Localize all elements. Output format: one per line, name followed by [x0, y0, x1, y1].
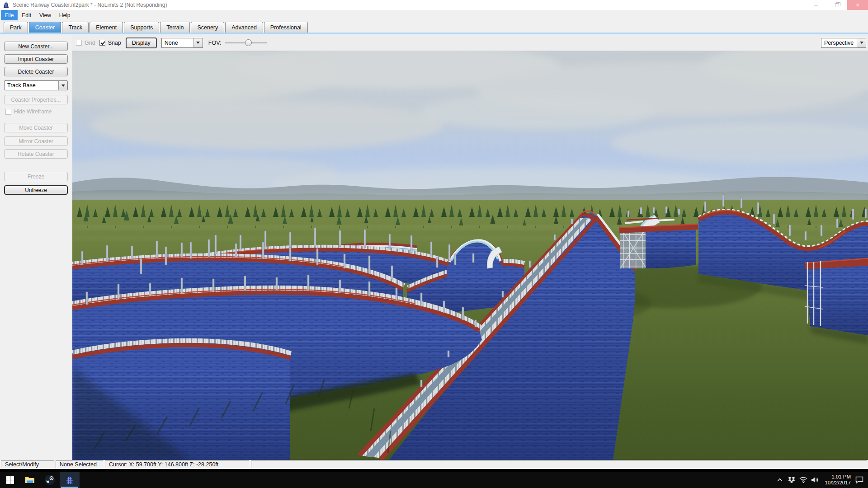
- mirror-coaster-button[interactable]: Mirror Coaster: [4, 136, 68, 146]
- move-coaster-button[interactable]: Move Coaster: [4, 123, 68, 132]
- tab-track[interactable]: Track: [62, 22, 89, 33]
- coaster-select-value: Track Base: [5, 82, 58, 89]
- restore-button[interactable]: [826, 0, 847, 10]
- close-icon: ✕: [855, 2, 859, 8]
- wifi-icon: [799, 477, 807, 483]
- restore-icon: [835, 3, 839, 7]
- tab-supports[interactable]: Supports: [124, 22, 159, 33]
- clock-date: 10/22/2017: [825, 480, 851, 486]
- action-center-button[interactable]: [854, 472, 865, 488]
- viewport-toolbar: Grid Snap Display None FOV: Perspective: [72, 35, 868, 51]
- coaster-select-dropdown[interactable]: Track Base: [4, 80, 68, 90]
- chevron-down-icon: [196, 42, 200, 44]
- display-mode-dropdown[interactable]: None: [161, 38, 203, 48]
- import-coaster-button[interactable]: Import Coaster: [4, 54, 68, 64]
- menu-help[interactable]: Help: [55, 10, 75, 20]
- camera-mode-value: Perspective: [821, 40, 857, 46]
- hide-wireframe-checkbox[interactable]: [5, 109, 11, 115]
- coaster-properties-button[interactable]: Coaster Properties...: [4, 95, 68, 104]
- status-selection: None Selected: [56, 460, 104, 469]
- status-empty: [251, 460, 867, 469]
- display-mode-value: None: [162, 40, 193, 46]
- fov-label: FOV:: [208, 40, 222, 46]
- windows-logo-icon: [6, 476, 14, 484]
- close-button[interactable]: ✕: [847, 0, 868, 10]
- hidden-icons-chevron[interactable]: [774, 472, 786, 488]
- bottom-right-wall: [805, 258, 868, 335]
- title-bar: Scenic Railway Coaster.nl2park * - NoLim…: [0, 0, 868, 10]
- grid-label: Grid: [85, 40, 95, 46]
- steam-icon: [44, 474, 55, 485]
- tab-scenery[interactable]: Scenery: [191, 22, 224, 33]
- camera-mode-arrow[interactable]: [857, 38, 866, 47]
- new-coaster-button[interactable]: New Coaster...: [4, 42, 68, 51]
- coaster-scene: [72, 51, 868, 460]
- coaster-select-arrow[interactable]: [58, 81, 67, 90]
- minimize-button[interactable]: [806, 0, 826, 10]
- action-center-icon: [855, 476, 863, 483]
- steam-button[interactable]: [40, 472, 60, 488]
- display-button[interactable]: Display: [126, 38, 157, 48]
- start-button[interactable]: [0, 472, 20, 488]
- folder-icon: [25, 476, 35, 484]
- editor-tabs: Park Coaster Track Element Supports Terr…: [0, 20, 868, 33]
- dropbox-icon: [788, 477, 795, 483]
- menu-view[interactable]: View: [35, 10, 55, 20]
- grid-row: Grid: [76, 40, 95, 46]
- status-mode: Select/Modify: [1, 460, 54, 469]
- minimize-icon: [814, 5, 818, 5]
- tab-park[interactable]: Park: [4, 22, 28, 33]
- display-mode-arrow[interactable]: [193, 38, 203, 47]
- snap-row: Snap: [99, 40, 121, 46]
- app-icon: [3, 2, 9, 9]
- snap-label: Snap: [108, 40, 121, 46]
- unfreeze-button[interactable]: Unfreeze: [4, 185, 68, 195]
- snap-checkbox[interactable]: [99, 40, 105, 46]
- grid-checkbox[interactable]: [76, 40, 82, 46]
- hide-wireframe-label: Hide Wireframe: [14, 108, 52, 115]
- camera-mode-dropdown[interactable]: Perspective: [821, 38, 866, 48]
- chevron-down-icon: [61, 84, 65, 87]
- menu-bar: File Edit View Help: [0, 10, 868, 20]
- 3d-viewport[interactable]: [72, 51, 868, 460]
- rotate-coaster-button[interactable]: Rotate Coaster: [4, 149, 68, 159]
- tab-professional[interactable]: Professional: [264, 22, 308, 33]
- delete-coaster-button[interactable]: Delete Coaster: [4, 67, 68, 76]
- coaster-sidebar: New Coaster... Import Coaster Delete Coa…: [0, 35, 72, 460]
- chevron-up-icon: [777, 478, 783, 482]
- clock-time: 1:01 PM: [825, 474, 851, 480]
- hide-wireframe-row: Hide Wireframe: [5, 108, 52, 115]
- taskbar: 1:01 PM 10/22/2017: [0, 472, 868, 488]
- fov-slider-handle[interactable]: [245, 39, 252, 46]
- file-explorer-button[interactable]: [20, 472, 40, 488]
- volume-tray-icon[interactable]: [809, 472, 821, 488]
- tab-advanced[interactable]: Advanced: [225, 22, 263, 33]
- taskbar-clock[interactable]: 1:01 PM 10/22/2017: [821, 474, 854, 486]
- menu-file[interactable]: File: [1, 10, 18, 20]
- status-cursor: Cursor: X: 59.700ft Y: 146.800ft Z: -28.…: [105, 460, 250, 469]
- nolimits-2-button[interactable]: [60, 472, 80, 488]
- desktop: Scenic Railway Coaster.nl2park * - NoLim…: [0, 0, 868, 488]
- speaker-icon: [811, 477, 819, 483]
- tab-element[interactable]: Element: [90, 22, 123, 33]
- tab-coaster[interactable]: Coaster: [29, 22, 61, 33]
- nolimits-2-icon: [64, 474, 75, 485]
- wifi-tray-icon[interactable]: [797, 472, 809, 488]
- fov-slider[interactable]: [225, 38, 267, 47]
- dropbox-tray-icon[interactable]: [786, 472, 797, 488]
- menu-edit[interactable]: Edit: [18, 10, 35, 20]
- status-bar: Select/Modify None Selected Cursor: X: 5…: [0, 460, 868, 469]
- window-title: Scenic Railway Coaster.nl2park * - NoLim…: [13, 2, 167, 8]
- system-tray: 1:01 PM 10/22/2017: [774, 472, 868, 488]
- chevron-down-icon: [860, 42, 863, 44]
- tab-terrain[interactable]: Terrain: [160, 22, 190, 33]
- freeze-button[interactable]: Freeze: [4, 172, 68, 181]
